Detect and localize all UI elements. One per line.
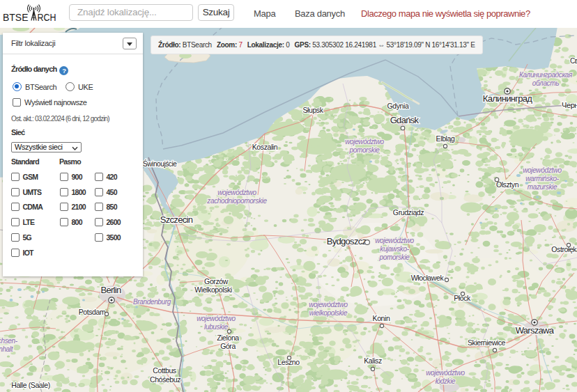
svg-text:Ostrołęka: Ostrołęka	[551, 245, 577, 253]
svg-text:BTSE: BTSE	[3, 11, 29, 23]
svg-text:Черняховск: Черняховск	[562, 101, 577, 109]
svg-text:Skierniewice: Skierniewice	[468, 338, 506, 347]
svg-text:Zielona: Zielona	[217, 334, 239, 342]
svg-text:Koszalin: Koszalin	[252, 143, 278, 151]
svg-text:Świnoujście: Świnoujście	[143, 159, 177, 168]
svg-text:Szczecin: Szczecin	[160, 214, 193, 225]
svg-text:Halle (Saale): Halle (Saale)	[11, 381, 50, 389]
svg-text:Warszawa: Warszawa	[516, 325, 555, 336]
svg-text:Bydgoszcz: Bydgoszcz	[327, 236, 367, 246]
svg-text:Cottbus: Cottbus	[153, 366, 176, 375]
svg-text:Olsztyn: Olsztyn	[496, 180, 519, 189]
svg-text:Brandenburg: Brandenburg	[133, 298, 171, 306]
svg-text:Góra: Góra	[220, 342, 236, 350]
svg-text:Słupsk: Słupsk	[302, 106, 323, 114]
svg-text:Elbląg: Elbląg	[436, 134, 455, 143]
svg-text:Wielkopolski: Wielkopolski	[194, 285, 232, 294]
svg-text:Włocławek: Włocławek	[411, 274, 445, 282]
svg-text:Kalisz: Kalisz	[364, 356, 382, 365]
svg-text:Калининград: Калининград	[483, 93, 532, 104]
svg-text:RCH: RCH	[38, 11, 56, 23]
svg-text:Konin: Konin	[373, 314, 390, 322]
svg-text:Gdynia: Gdynia	[387, 102, 409, 110]
svg-text:Chóśebuz: Chóśebuz	[150, 375, 180, 384]
svg-text:Gdańsk: Gdańsk	[390, 115, 420, 125]
svg-text:Gorzów: Gorzów	[204, 277, 229, 285]
svg-text:Светлогорск: Светлогорск	[570, 57, 577, 65]
svg-text:województwopomorskie: województwopomorskie	[345, 138, 384, 154]
svg-text:Berlin: Berlin	[100, 285, 121, 295]
svg-text:województwowarmińsko-mazurskie: województwowarmińsko-mazurskie	[523, 166, 562, 191]
svg-text:województwokujawsko-pomorskie: województwokujawsko-pomorskie	[375, 237, 414, 261]
svg-text:Potsdam: Potsdam	[79, 308, 106, 316]
svg-text:województwowielkopolskie: województwowielkopolskie	[309, 301, 348, 317]
svg-text:Grudziądz: Grudziądz	[393, 208, 424, 217]
